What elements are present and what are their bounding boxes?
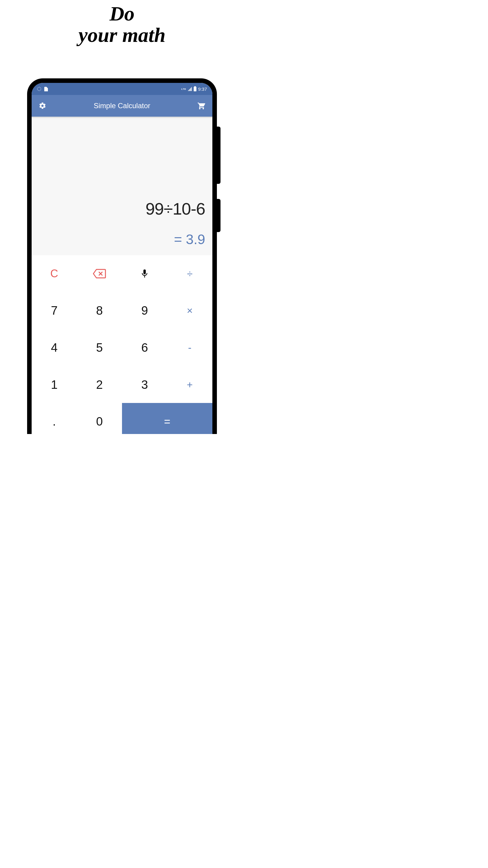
expression-text: 99÷10-6 [145, 199, 205, 218]
settings-button[interactable] [37, 100, 48, 111]
key-6[interactable]: 6 [122, 329, 167, 366]
key-9[interactable]: 9 [122, 292, 167, 330]
decimal-button[interactable]: . [32, 403, 77, 434]
phone-side-button-2 [217, 199, 221, 232]
key-5[interactable]: 5 [77, 329, 122, 366]
key-7[interactable]: 7 [32, 292, 77, 330]
backspace-icon [93, 269, 106, 279]
headline-line-2: your math [0, 24, 244, 46]
app-bar: Simple Calculator [32, 95, 213, 117]
calculator-display: 99÷10-6 = 3.9 [32, 117, 213, 255]
divide-button[interactable]: ÷ [167, 255, 213, 292]
microphone-icon [141, 269, 148, 278]
status-right: LTE 9:37 [181, 87, 207, 92]
minus-button[interactable]: - [167, 329, 213, 366]
headline-line-1: Do [0, 3, 244, 24]
key-4[interactable]: 4 [32, 329, 77, 366]
key-3[interactable]: 3 [122, 366, 167, 403]
key-1[interactable]: 1 [32, 366, 77, 403]
clear-button[interactable]: C [32, 255, 77, 292]
loading-icon [37, 87, 41, 91]
network-label: LTE [181, 88, 186, 90]
clock: 9:37 [198, 87, 207, 92]
status-left [37, 87, 181, 91]
phone-frame: LTE 9:37 Simple Calculator 99÷10-6 [27, 79, 217, 434]
phone-side-button-1 [217, 127, 221, 184]
cart-icon [197, 101, 206, 110]
result-text: = 3.9 [174, 231, 205, 247]
gear-icon [38, 102, 46, 110]
svg-rect-2 [143, 270, 146, 274]
voice-input-button[interactable] [122, 255, 167, 292]
key-8[interactable]: 8 [77, 292, 122, 330]
multiply-button[interactable]: × [167, 292, 213, 330]
plus-button[interactable]: + [167, 366, 213, 403]
sd-card-icon [44, 87, 48, 91]
signal-icon [188, 87, 192, 91]
promo-headline: Do your math [0, 3, 244, 46]
backspace-button[interactable] [77, 255, 122, 292]
key-0[interactable]: 0 [77, 403, 122, 434]
phone-screen: LTE 9:37 Simple Calculator 99÷10-6 [32, 83, 213, 434]
app-title: Simple Calculator [48, 101, 196, 110]
status-bar: LTE 9:37 [32, 83, 213, 95]
cart-button[interactable] [196, 100, 207, 111]
keypad: C ÷ 7 8 9 × 4 5 6 [32, 255, 213, 434]
equals-button[interactable]: = [122, 403, 213, 434]
key-2[interactable]: 2 [77, 366, 122, 403]
battery-icon [194, 87, 196, 91]
